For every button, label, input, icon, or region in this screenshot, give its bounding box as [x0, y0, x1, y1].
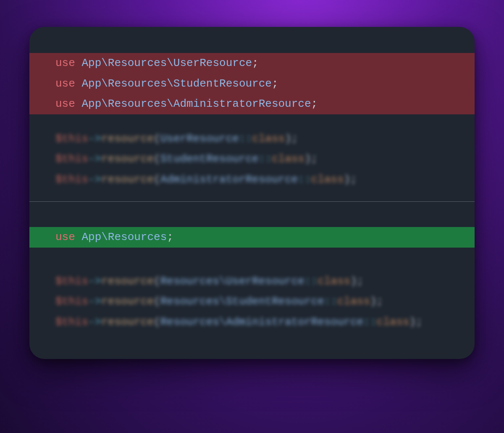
semicolon: ;	[272, 77, 278, 90]
namespace-path: App\Resources\UserResource	[81, 57, 252, 69]
namespace-path: App\Resources\StudentResource	[81, 77, 271, 90]
before-use-block: use App\Resources\UserResource; use App\…	[29, 53, 475, 114]
namespace-path: App\Resources\AdministratorResource	[81, 98, 311, 110]
namespace-path: App\Resources	[81, 231, 167, 243]
code-line: $this->resource(Resources\AdministratorR…	[29, 312, 475, 333]
before-calls-block: $this->resource(UserResource::class); $t…	[29, 129, 475, 190]
after-use-block: use App\Resources;	[29, 227, 475, 248]
code-line: $this->resource(StudentResource::class);	[29, 149, 475, 169]
semicolon: ;	[252, 57, 259, 69]
code-line: $this->resource(AdministratorResource::c…	[29, 169, 475, 190]
code-line: use App\Resources\UserResource;	[29, 53, 475, 74]
keyword-use: use	[55, 77, 75, 90]
code-line: $this->resource(Resources\UserResource::…	[29, 271, 475, 292]
code-diff-card: use App\Resources\UserResource; use App\…	[29, 27, 475, 359]
semicolon: ;	[167, 231, 173, 243]
code-line: use App\Resources\StudentResource;	[29, 74, 475, 94]
after-calls-block: $this->resource(Resources\UserResource::…	[29, 271, 475, 333]
code-line: $this->resource(UserResource::class);	[29, 129, 475, 149]
keyword-use: use	[55, 57, 75, 69]
code-line: $this->resource(Resources\StudentResourc…	[29, 291, 475, 312]
keyword-use: use	[55, 98, 75, 110]
keyword-use: use	[55, 231, 75, 243]
section-divider	[29, 201, 475, 202]
code-line: use App\Resources;	[29, 227, 475, 248]
semicolon: ;	[311, 98, 318, 110]
code-line: use App\Resources\AdministratorResource;	[29, 94, 475, 114]
